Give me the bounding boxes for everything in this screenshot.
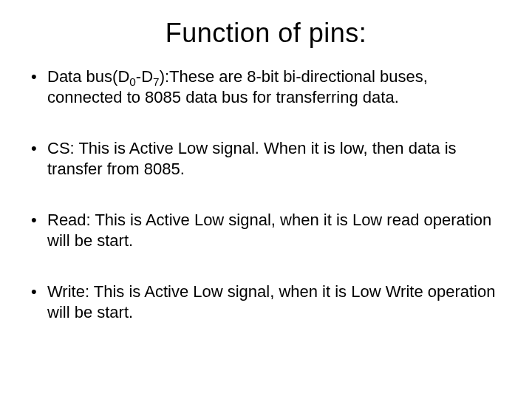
list-item: Write: This is Active Low signal, when i… xyxy=(30,282,502,322)
bullet-text: CS: This is Active Low signal. When it i… xyxy=(47,139,457,178)
bullet-text: Data bus(D xyxy=(47,67,129,86)
bullet-list: Data bus(D0-D7):These are 8-bit bi-direc… xyxy=(30,66,502,322)
bullet-text: Write: This is Active Low signal, when i… xyxy=(47,282,495,321)
bullet-text: Read: This is Active Low signal, when it… xyxy=(47,211,491,250)
bullet-text: -D xyxy=(136,67,153,86)
subscript: 7 xyxy=(153,75,160,88)
list-item: Data bus(D0-D7):These are 8-bit bi-direc… xyxy=(30,66,502,107)
page-title: Function of pins: xyxy=(30,18,502,49)
list-item: CS: This is Active Low signal. When it i… xyxy=(30,138,502,179)
subscript: 0 xyxy=(129,75,136,88)
list-item: Read: This is Active Low signal, when it… xyxy=(30,210,502,250)
